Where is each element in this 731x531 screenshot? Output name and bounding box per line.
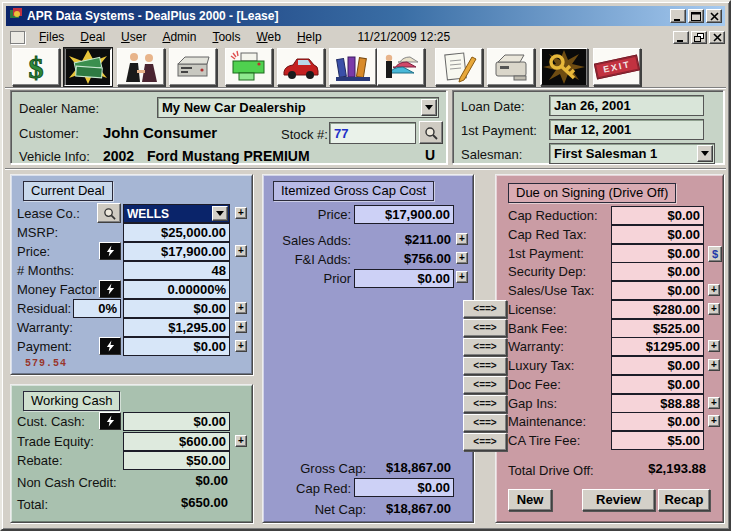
salesman-select[interactable]: First Salesman 1 <box>549 143 715 164</box>
trade-equity-field[interactable]: $600.00 <box>123 432 230 451</box>
warranty-field[interactable]: $1,295.00 <box>123 318 230 337</box>
lease-co-select[interactable]: WELLS <box>123 204 230 223</box>
lease-search-button[interactable] <box>97 203 121 223</box>
cust-cash-flash-button[interactable] <box>99 412 121 430</box>
transfer-button-license[interactable]: <==> <box>463 300 507 318</box>
dealer-name-select[interactable]: My New Car Dealership <box>157 97 439 118</box>
first-payment-field[interactable]: Mar 12, 2001 <box>549 119 704 140</box>
new-button[interactable]: New <box>508 489 552 511</box>
titlebar[interactable]: APR Data Systems - DealPlus 2000 - [Leas… <box>6 6 725 26</box>
prior-row: Prior $0.00 + <box>263 269 473 288</box>
stock-input[interactable]: 77 <box>329 122 416 144</box>
ca-tire-fee-field[interactable]: $5.00 <box>611 431 704 450</box>
maximize-button[interactable] <box>688 9 704 23</box>
security-dep-field[interactable]: $0.00 <box>611 262 704 281</box>
transfer-button-bank-fee[interactable]: <==> <box>463 319 507 337</box>
lease-add-button[interactable]: + <box>235 207 247 219</box>
copier-button[interactable] <box>487 48 535 86</box>
warranty-add-button[interactable]: + <box>235 321 247 333</box>
chevron-down-icon[interactable] <box>212 206 228 221</box>
mdi-restore-button[interactable] <box>691 31 707 44</box>
chevron-down-icon[interactable] <box>697 145 713 162</box>
maintenance-add-button[interactable]: + <box>708 415 720 427</box>
warranty-due-field[interactable]: $1295.00 <box>611 337 704 356</box>
stock-search-button[interactable] <box>419 121 443 144</box>
license-field[interactable]: $280.00 <box>611 300 704 319</box>
money-factor-flash-button[interactable] <box>99 280 121 298</box>
cap-reduction-field[interactable]: $0.00 <box>611 206 704 225</box>
library-button[interactable] <box>329 48 377 86</box>
menu-tools[interactable]: Tools <box>204 29 248 45</box>
maintenance-field[interactable]: $0.00 <box>611 412 704 431</box>
warranty-due-add-button[interactable]: + <box>708 340 720 352</box>
working-cash-total-value: $650.00 <box>123 495 228 510</box>
exit-button[interactable]: EXIT <box>593 48 641 86</box>
first-payment-due-field[interactable]: $0.00 <box>611 244 704 263</box>
vehicle-button[interactable] <box>277 48 325 86</box>
menu-deal[interactable]: Deal <box>72 29 113 45</box>
sales-use-tax-field[interactable]: $0.00 <box>611 281 704 300</box>
months-field[interactable]: 48 <box>123 261 230 280</box>
transfer-button-ca-tire-fee[interactable]: <==> <box>463 433 507 451</box>
finance-button[interactable]: $ <box>12 48 60 86</box>
transfer-button-maintenance[interactable]: <==> <box>463 414 507 432</box>
security-button[interactable] <box>540 48 588 86</box>
transfer-button-doc-fee[interactable]: <==> <box>463 376 507 394</box>
msrp-field[interactable]: $25,000.00 <box>123 223 230 242</box>
mdi-child-icon[interactable] <box>10 31 25 44</box>
license-add-button[interactable]: + <box>708 303 720 315</box>
doc-fee-field[interactable]: $0.00 <box>611 375 704 394</box>
minimize-button[interactable] <box>670 9 686 23</box>
chevron-down-icon[interactable] <box>421 99 437 116</box>
menu-user[interactable]: User <box>113 29 154 45</box>
price-flash-button[interactable] <box>99 242 121 260</box>
fax-button[interactable] <box>169 48 217 86</box>
close-button[interactable] <box>706 9 722 23</box>
mdi-minimize-button[interactable] <box>673 31 689 44</box>
menu-help[interactable]: Help <box>289 29 330 45</box>
price-add-button[interactable]: + <box>235 245 247 257</box>
gap-ins-field[interactable]: $88.88 <box>611 394 704 413</box>
trade-equity-add-button[interactable]: + <box>235 435 247 447</box>
payment-field[interactable]: $0.00 <box>123 337 230 356</box>
money-factor-field[interactable]: 0.00000% <box>123 280 230 299</box>
bank-fee-field[interactable]: $525.00 <box>611 319 704 338</box>
cap-red-tax-field[interactable]: $0.00 <box>611 225 704 244</box>
menu-files[interactable]: Files <box>31 29 72 45</box>
forms-button[interactable] <box>435 48 483 86</box>
cash-deal-button[interactable] <box>64 48 112 86</box>
cap-price-field[interactable]: $17,900.00 <box>354 205 454 224</box>
mdi-close-button[interactable] <box>709 31 725 44</box>
luxury-tax-add-button[interactable]: + <box>708 359 720 371</box>
rebate-field[interactable]: $50.00 <box>123 451 230 470</box>
residual-pct-field[interactable]: 0% <box>73 299 121 318</box>
transfer-button-warranty[interactable]: <==> <box>463 338 507 356</box>
transfer-button-gap-ins[interactable]: <==> <box>463 395 507 413</box>
menu-admin[interactable]: Admin <box>154 29 204 45</box>
review-button[interactable]: Review <box>582 489 655 511</box>
first-payment-dollar-button[interactable]: $ <box>708 246 722 262</box>
transfer-button-luxury-tax[interactable]: <==> <box>463 357 507 375</box>
customer-button[interactable] <box>117 48 165 86</box>
recap-button[interactable]: Recap <box>658 489 710 511</box>
inventory-button[interactable] <box>377 48 425 86</box>
cap-red-field[interactable]: $0.00 <box>354 478 454 497</box>
residual-add-button[interactable]: + <box>235 302 247 314</box>
menu-web[interactable]: Web <box>248 29 288 45</box>
fi-adds-add-button[interactable]: + <box>456 252 468 264</box>
luxury-tax-field[interactable]: $0.00 <box>611 356 704 375</box>
prior-field[interactable]: $0.00 <box>354 269 454 288</box>
loan-date-field[interactable]: Jan 26, 2001 <box>549 95 704 116</box>
cap-cost-panel: Itemized Gross Cap Cost Price: $17,900.0… <box>262 174 474 523</box>
print-button[interactable] <box>225 48 273 86</box>
total-drive-off-label: Total Drive Off: <box>508 463 594 478</box>
sales-use-tax-add-button[interactable]: + <box>708 284 720 296</box>
residual-field[interactable]: $0.00 <box>123 299 230 318</box>
sales-adds-add-button[interactable]: + <box>456 233 468 245</box>
price-field[interactable]: $17,900.00 <box>123 242 230 261</box>
payment-add-button[interactable]: + <box>235 340 247 352</box>
prior-add-button[interactable]: + <box>456 271 468 283</box>
gap-ins-add-button[interactable]: + <box>708 397 720 409</box>
payment-flash-button[interactable] <box>99 337 121 355</box>
cust-cash-field[interactable]: $0.00 <box>123 412 230 431</box>
